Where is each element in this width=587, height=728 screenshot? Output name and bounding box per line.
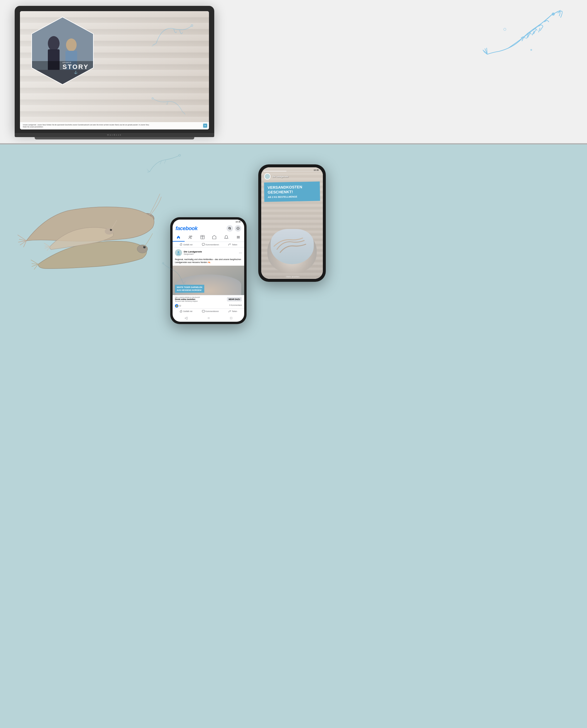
fb-nav-marketplace[interactable] [196,233,208,241]
fb-like-icon: 👍 [175,304,179,308]
svg-point-30 [162,262,164,264]
story-title: STORY [63,64,89,70]
svg-rect-26 [202,243,204,245]
screen-content: unsere STORY ⚓ [20,11,209,130]
fb-share-action[interactable]: Teilen [228,243,237,246]
story-overlay: unsere STORY ⚓ [63,61,89,74]
back-button[interactable]: ◁ [185,316,187,320]
phone1-status-bar: 10:36 [172,219,244,224]
phone2-shrimp-content: ↑ Mehr ansehen [261,214,323,279]
fb-page-avatar [175,249,182,256]
fb-likes-count: 👍 32 [175,304,181,308]
hex-shape: unsere STORY ⚓ [26,14,99,88]
fb-comment-action-bottom[interactable]: Kommentieren [202,310,219,313]
shrimp-sketch-topright [482,6,564,65]
story-progress-bar [263,171,286,171]
fb-nav-friends[interactable] [185,233,197,241]
phone2-overlay-subtext: AB 2 KG BESTELLMENGE [268,195,316,199]
fb-nav-menu[interactable] [232,233,244,241]
fb-messenger-button[interactable] [235,225,241,232]
laptop-stand [34,137,194,139]
facebook-logo: facebook [175,226,197,232]
section-divider [0,143,587,144]
laptop-brand: MacBook [107,134,122,136]
phone2-story-avatar [264,173,271,180]
fb-top-reaction-bar: Gefällt mir Kommentieren Teilen [172,242,244,248]
facebook-header[interactable]: facebook [172,224,244,233]
screen-text-area: Unsere Landgarnele - unsere Story! Erleb… [20,122,209,130]
fb-nav-pages[interactable] [208,233,220,241]
laptop-container: unsere STORY ⚓ [15,6,214,139]
story-progress-bg [263,171,321,171]
fb-cta-subtext: Versand oder Abholung möglich [175,300,226,302]
svg-point-2 [48,36,60,51]
comment-label: Kommentieren [206,244,219,246]
svg-point-24 [191,236,192,237]
svg-point-22 [237,227,239,230]
svg-point-19 [105,228,114,235]
phone2-overlay-headline: VERSANDKOSTEN GESCHENKT! [268,185,317,195]
fb-share-action-bottom[interactable]: Teilen [228,310,237,313]
fb-header-icons [227,225,241,232]
fb-like-action-bottom[interactable]: Gefällt mir [180,310,192,313]
fb-page-name: Die Landgarnele [184,251,237,253]
phone2-story-header: Die Landgarnele [261,173,323,180]
laptop-screen: unsere STORY ⚓ [20,11,209,130]
fb-cta-headline: Direkt online bestellen [175,298,226,300]
phone2-story-overlay: VERSANDKOSTEN GESCHENKT! AB 2 KG BESTELL… [264,182,320,202]
fb-comments-count: 6 Kommentare [229,304,242,308]
phone2-outer: 10:35 Die Landgarnele [258,164,326,282]
svg-point-10 [152,97,154,99]
recents-button[interactable]: □ [230,316,232,320]
fb-nav-home[interactable] [172,233,185,241]
status-time-right: 10:36 [235,221,241,223]
anchor-symbol: ⚓ [63,71,89,74]
fb-nav [172,233,244,242]
fb-actions-bar: Gefällt mir Kommentieren Teilen [172,308,244,314]
fb-post-header: Die Landgarnele Gesponsert ··· [172,248,244,258]
fb-nav-notifications[interactable] [220,233,232,241]
svg-point-12 [553,14,554,15]
svg-point-29 [179,155,181,156]
fb-cta-bar: DIE-LANDGARNELE.DE/SHOP Direkt online be… [172,295,244,303]
svg-point-13 [530,49,532,51]
fb-search-button[interactable] [227,225,233,232]
svg-point-27 [178,251,179,253]
phone2-screen: 10:35 Die Landgarnele [261,167,323,279]
swipe-up-label: ↑ Mehr ansehen [261,276,323,278]
fb-cta-button[interactable]: MEHR DAZU [227,297,242,302]
laptop-body: unsere STORY ⚓ [15,6,214,133]
phone1-home-bar: ◁ ○ □ [172,314,244,322]
fb-post-text: Regional, nachhaltig und ohne Antibiotik… [172,258,244,266]
scroll-button[interactable] [203,123,207,128]
svg-rect-28 [202,310,205,312]
shrimp-photo [9,159,161,282]
screen-shrimp-sketch-2 [150,94,186,118]
svg-point-14 [503,28,506,30]
fb-post-meta: Die Landgarnele Gesponsert [184,251,237,255]
svg-point-9 [191,25,193,26]
phone2-story-image: Die Landgarnele VERSANDKOSTEN GESCHENKT!… [261,167,323,279]
like-label: Gefällt mir [183,244,193,246]
phone2-story-name: Die Landgarnele [273,175,288,178]
svg-point-23 [189,236,191,237]
fb-like-action[interactable]: Gefällt mir [180,243,193,246]
fb-stats-bar: 👍 32 6 Kommentare [172,303,244,308]
phone2-story: 10:35 Die Landgarnele [258,164,326,282]
screen-body-text: Unsere Landgarnele - unsere Story! Erleb… [23,124,151,128]
share-label: Teilen [232,244,237,246]
svg-point-21 [229,227,230,229]
home-button[interactable]: ○ [208,316,210,320]
svg-point-17 [137,245,148,253]
fb-comment-action[interactable]: Kommentieren [202,243,219,246]
decorative-shrimp-1 [147,152,182,176]
screen-shrimp-sketch-1 [150,20,197,49]
fb-sponsored-label: Gesponsert [184,253,237,255]
svg-point-4 [66,39,77,51]
fb-cta-info: DIE-LANDGARNELE.DE/SHOP Direkt online be… [175,297,226,302]
shrimp-realistic-svg [9,159,161,282]
laptop-base: MacBook [15,133,214,137]
fb-post-options[interactable]: ··· [239,251,242,255]
